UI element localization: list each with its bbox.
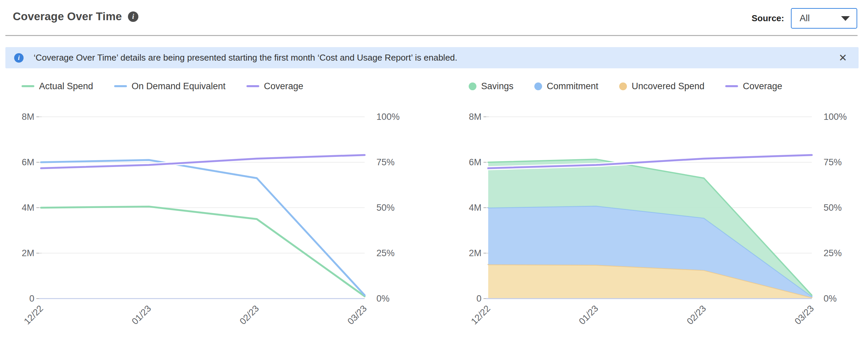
coverage-swatch	[246, 85, 259, 87]
source-dropdown-value: All	[800, 13, 810, 24]
svg-text:0%: 0%	[824, 293, 837, 304]
legend-label: On Demand Equivalent	[132, 81, 225, 92]
svg-text:8M: 8M	[469, 112, 482, 122]
page-title: Coverage Over Time	[13, 10, 122, 23]
uncovered-spend-swatch	[619, 83, 627, 90]
info-icon: i	[14, 53, 24, 63]
coverage-area-chart-container: Savings Commitment Uncovered Spend Cover…	[461, 80, 868, 342]
coverage-area-chart[interactable]: 00%2M25%4M50%6M75%8M100%12/2201/2302/230…	[461, 111, 868, 339]
svg-text:02/23: 02/23	[238, 303, 261, 327]
legend-item-commitment[interactable]: Commitment	[534, 81, 598, 92]
close-icon[interactable]: ✕	[836, 52, 850, 64]
source-dropdown[interactable]: All	[791, 8, 857, 29]
legend-label: Coverage	[264, 81, 303, 92]
coverage-line-chart-container: Actual Spend On Demand Equivalent Covera…	[13, 80, 421, 342]
legend-item-actual-spend[interactable]: Actual Spend	[22, 81, 93, 92]
line-chart-legend: Actual Spend On Demand Equivalent Covera…	[22, 80, 421, 92]
svg-text:100%: 100%	[376, 112, 400, 122]
source-label: Source:	[751, 13, 784, 24]
svg-text:01/23: 01/23	[130, 303, 153, 327]
legend-label: Coverage	[743, 81, 782, 92]
commitment-swatch	[534, 83, 542, 90]
svg-text:01/23: 01/23	[577, 303, 600, 327]
svg-text:75%: 75%	[824, 157, 842, 167]
svg-text:4M: 4M	[22, 203, 34, 213]
svg-text:12/22: 12/22	[469, 303, 492, 327]
chevron-down-icon	[841, 16, 850, 21]
svg-text:12/22: 12/22	[22, 303, 45, 327]
svg-text:50%: 50%	[376, 203, 395, 213]
svg-text:0: 0	[476, 293, 482, 304]
svg-text:03/23: 03/23	[345, 303, 369, 327]
panel-header: Coverage Over Time i	[13, 10, 138, 23]
info-banner: i ‘Coverage Over Time’ details are being…	[5, 47, 859, 68]
svg-text:0%: 0%	[376, 293, 390, 304]
legend-item-uncovered-spend[interactable]: Uncovered Spend	[619, 81, 704, 92]
svg-text:03/23: 03/23	[793, 303, 816, 327]
svg-text:0: 0	[29, 293, 34, 304]
savings-swatch	[469, 83, 476, 90]
legend-item-coverage[interactable]: Coverage	[725, 81, 782, 92]
source-filter-group: Source: All	[751, 8, 857, 29]
legend-label: Uncovered Spend	[632, 81, 704, 92]
legend-label: Commitment	[547, 81, 598, 92]
legend-item-coverage[interactable]: Coverage	[246, 81, 303, 92]
svg-text:100%: 100%	[824, 112, 847, 122]
svg-text:75%: 75%	[376, 157, 395, 167]
area-chart-legend: Savings Commitment Uncovered Spend Cover…	[469, 80, 868, 92]
svg-text:2M: 2M	[22, 248, 34, 258]
svg-text:8M: 8M	[22, 112, 34, 122]
coverage-line-chart[interactable]: 00%2M25%4M50%6M75%8M100%12/2201/2302/230…	[13, 111, 421, 339]
header-divider	[5, 35, 858, 36]
legend-item-savings[interactable]: Savings	[469, 81, 514, 92]
legend-label: Savings	[481, 81, 514, 92]
legend-label: Actual Spend	[39, 81, 93, 92]
svg-text:02/23: 02/23	[685, 303, 708, 327]
svg-text:6M: 6M	[22, 157, 34, 167]
title-info-icon[interactable]: i	[128, 11, 138, 22]
on-demand-equivalent-swatch	[114, 85, 127, 87]
banner-message: ‘Coverage Over Time’ details are being p…	[34, 53, 826, 63]
svg-text:2M: 2M	[469, 248, 482, 258]
svg-text:50%: 50%	[824, 203, 842, 213]
coverage-over-time-panel: { "header": { "title": "Coverage Over Ti…	[0, 0, 868, 342]
actual-spend-swatch	[22, 85, 34, 87]
svg-text:4M: 4M	[469, 203, 482, 213]
svg-text:25%: 25%	[824, 248, 842, 258]
legend-item-on-demand-equivalent[interactable]: On Demand Equivalent	[114, 81, 225, 92]
svg-text:6M: 6M	[469, 157, 482, 167]
coverage-swatch	[725, 85, 738, 87]
svg-text:25%: 25%	[376, 248, 395, 258]
